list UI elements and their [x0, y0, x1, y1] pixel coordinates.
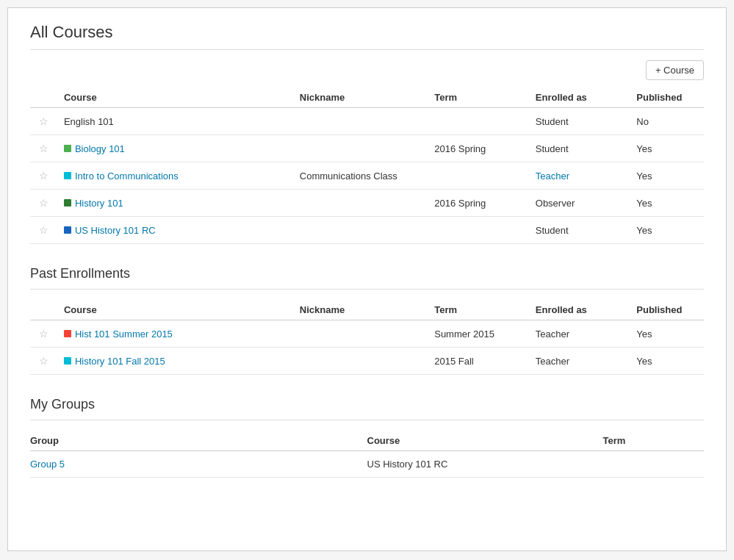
course-name-cell: English 101 [64, 108, 300, 135]
table-row: ☆Intro to CommunicationsCommunications C… [30, 162, 704, 190]
course-link[interactable]: Hist 101 Summer 2015 [64, 329, 294, 340]
published-col-header: Published [636, 87, 704, 108]
all-courses-title: All Courses [30, 23, 704, 42]
star-icon[interactable]: ☆ [39, 328, 48, 340]
enrolled-as-cell: Observer [536, 190, 637, 217]
course-name-cell: Hist 101 Summer 2015 [64, 320, 300, 348]
nickname-cell [300, 217, 434, 244]
term-cell: 2016 Spring [434, 135, 536, 162]
course-link[interactable]: History 101 Fall 2015 [64, 356, 294, 367]
star-cell: ☆ [30, 348, 64, 375]
term-cell [434, 162, 536, 190]
group-term-cell [602, 451, 704, 478]
published-cell: No [636, 108, 704, 135]
all-courses-table: Course Nickname Term Enrolled as Publish… [30, 87, 704, 244]
star-icon[interactable]: ☆ [39, 224, 48, 236]
course-color-indicator [64, 172, 71, 179]
star-icon[interactable]: ☆ [39, 115, 48, 127]
star-cell: ☆ [30, 320, 64, 348]
star-icon[interactable]: ☆ [39, 170, 48, 182]
course-name: English 101 [64, 116, 114, 127]
pe-term-col: Term [434, 300, 536, 320]
published-cell: Yes [636, 217, 704, 244]
published-cell: Yes [636, 135, 704, 162]
pe-star-col [30, 300, 64, 320]
enrolled-as-cell: Student [536, 108, 637, 135]
past-enrollments-header: Course Nickname Term Enrolled as Publish… [30, 300, 704, 320]
star-cell: ☆ [30, 217, 64, 244]
enrolled-as-cell: Teacher [536, 348, 637, 375]
page-wrapper: All Courses + Course Course Nickname Ter… [7, 7, 727, 551]
nickname-cell [300, 348, 434, 375]
course-name-cell: US History 101 RC [64, 217, 300, 244]
course-color-indicator [64, 226, 71, 234]
table-row: Group 5US History 101 RC [30, 451, 704, 478]
my-groups-body: Group 5US History 101 RC [30, 451, 704, 478]
my-groups-section: My Groups Group Course Term Group 5US Hi… [30, 397, 704, 478]
table-row: ☆History 101 Fall 20152015 FallTeacherYe… [30, 348, 704, 375]
star-icon[interactable]: ☆ [39, 143, 48, 154]
past-enrollments-table: Course Nickname Term Enrolled as Publish… [30, 300, 704, 375]
pe-nickname-col: Nickname [300, 300, 434, 320]
star-icon[interactable]: ☆ [39, 197, 48, 209]
nickname-cell [300, 108, 434, 135]
my-groups-table: Group Course Term Group 5US History 101 … [30, 431, 704, 478]
star-icon[interactable]: ☆ [39, 355, 48, 367]
all-courses-header: Course Nickname Term Enrolled as Publish… [30, 87, 704, 108]
published-cell: Yes [636, 162, 704, 190]
term-col-header: Term [434, 87, 536, 108]
table-row: ☆English 101StudentNo [30, 108, 704, 135]
published-cell: Yes [636, 190, 704, 217]
course-color-indicator [64, 199, 71, 207]
course-link[interactable]: Intro to Communications [64, 170, 294, 182]
group-name-cell: Group 5 [30, 451, 367, 478]
add-course-button[interactable]: + Course [646, 60, 704, 80]
past-enrollments-divider [30, 289, 704, 290]
pe-enrolled-col: Enrolled as [536, 300, 637, 320]
my-groups-divider [30, 420, 704, 420]
group-link[interactable]: Group 5 [30, 459, 65, 470]
published-cell: Yes [636, 320, 704, 348]
enrolled-col-header: Enrolled as [536, 87, 637, 108]
all-courses-body: ☆English 101StudentNo☆Biology 1012016 Sp… [30, 108, 704, 244]
course-name-cell: History 101 [64, 190, 300, 217]
course-name-cell: Biology 101 [64, 135, 300, 162]
title-divider [30, 49, 704, 50]
enrolled-as-link[interactable]: Teacher [536, 170, 569, 182]
star-cell: ☆ [30, 162, 64, 190]
pe-course-col: Course [64, 300, 300, 320]
nickname-cell: Communications Class [300, 162, 434, 190]
course-name-cell: History 101 Fall 2015 [64, 348, 300, 375]
course-link[interactable]: US History 101 RC [64, 225, 294, 236]
group-course-col-header: Course [367, 431, 603, 451]
group-col-header: Group [30, 431, 367, 451]
star-cell: ☆ [30, 190, 64, 217]
enrolled-as-cell: Student [536, 135, 637, 162]
course-col-header: Course [64, 87, 300, 108]
table-row: ☆US History 101 RCStudentYes [30, 217, 704, 244]
course-color-indicator [64, 357, 71, 365]
course-link[interactable]: Biology 101 [64, 143, 294, 154]
term-cell: Summer 2015 [434, 320, 536, 348]
past-enrollments-title: Past Enrollments [30, 266, 704, 281]
course-color-indicator [64, 330, 71, 337]
course-link[interactable]: History 101 [64, 198, 294, 209]
star-cell: ☆ [30, 108, 64, 135]
published-cell: Yes [636, 348, 704, 375]
my-groups-header: Group Course Term [30, 431, 704, 451]
nickname-col-header: Nickname [300, 87, 434, 108]
pe-published-col: Published [636, 300, 704, 320]
star-col-header [30, 87, 64, 108]
toolbar: + Course [30, 60, 704, 80]
table-row: ☆History 1012016 SpringObserverYes [30, 190, 704, 217]
term-cell [434, 217, 536, 244]
course-color-indicator [64, 145, 71, 152]
enrolled-as-cell: Teacher [536, 320, 637, 348]
group-term-col-header: Term [602, 431, 704, 451]
nickname-cell [300, 135, 434, 162]
enrolled-as-cell: Student [536, 217, 637, 244]
my-groups-title: My Groups [30, 397, 704, 412]
enrolled-as-cell: Teacher [536, 162, 637, 190]
past-enrollments-section: Past Enrollments Course Nickname Term En… [30, 266, 704, 375]
term-cell: 2016 Spring [434, 190, 536, 217]
